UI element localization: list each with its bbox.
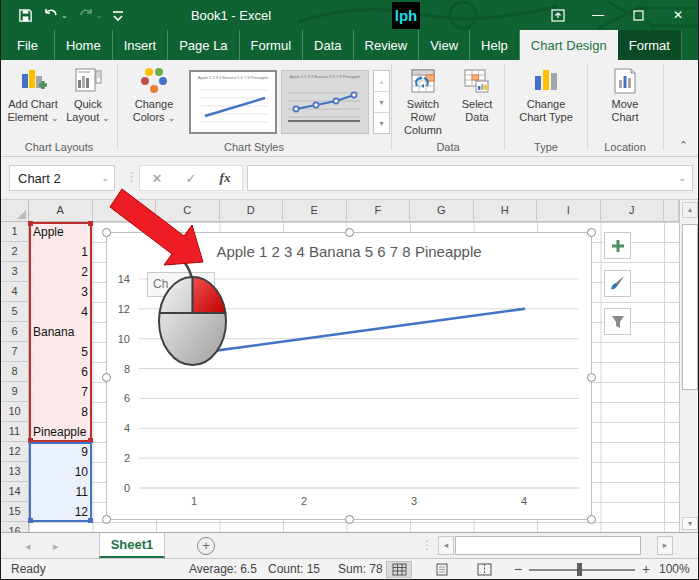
chart-filters-button[interactable] — [604, 308, 631, 335]
name-box-dropdown-icon[interactable]: ⌄ — [101, 173, 109, 183]
tab-insert[interactable]: Insert — [113, 30, 169, 60]
tab-view[interactable]: View — [419, 30, 470, 60]
column-header-c[interactable]: C — [156, 200, 220, 221]
close-button[interactable]: ✕ — [658, 0, 698, 30]
row-header-4[interactable]: 4 — [1, 282, 28, 302]
hscroll-right-icon[interactable]: ▸ — [657, 536, 673, 555]
row-header-12[interactable]: 12 — [1, 442, 28, 462]
cell-a11[interactable]: Pineapple — [29, 422, 92, 442]
row-header-3[interactable]: 3 — [1, 262, 28, 282]
undo-dropdown-icon[interactable]: ⌄ — [61, 11, 68, 20]
tab-help[interactable]: Help — [470, 30, 520, 60]
zoom-out-button[interactable]: − — [514, 559, 522, 580]
row-header-6[interactable]: 6 — [1, 322, 28, 342]
select-data-button[interactable]: SelectData — [455, 64, 499, 124]
chart-handle[interactable] — [102, 228, 111, 237]
tab-format[interactable]: Format — [618, 30, 682, 60]
normal-view-button[interactable] — [386, 561, 412, 578]
cell-a1[interactable]: Apple — [29, 222, 92, 242]
cell-a8[interactable]: 6 — [29, 362, 92, 382]
column-header-e[interactable]: E — [283, 200, 347, 221]
chart-style-2[interactable]: Apple 1 2 3 4 Banana 5 6 7 8 Pineapple — [281, 70, 369, 134]
save-icon[interactable] — [15, 6, 36, 25]
change-chart-type-button[interactable]: ChangeChart Type — [514, 64, 578, 124]
redo-button[interactable]: ⌄ — [75, 6, 106, 24]
tell-me-button[interactable]: Tell me — [690, 30, 699, 60]
chart-handle[interactable] — [587, 373, 596, 382]
row-header-16[interactable]: 16 — [1, 522, 28, 532]
quick-layout-button[interactable]: Quick Layout ⌄ — [63, 64, 113, 125]
cell-a13[interactable]: 10 — [29, 462, 92, 482]
undo-button[interactable]: ⌄ — [40, 6, 71, 24]
column-header-h[interactable]: H — [474, 200, 538, 221]
zoom-in-button[interactable]: + — [642, 559, 650, 580]
row-header-11[interactable]: 11 — [1, 422, 28, 442]
customize-qat-button[interactable] — [109, 6, 127, 24]
page-break-view-button[interactable] — [471, 561, 497, 578]
scroll-down-icon[interactable]: ▾ — [682, 517, 698, 530]
tab-page-la[interactable]: Page La — [168, 30, 239, 60]
column-header-i[interactable]: I — [537, 200, 601, 221]
column-header-b[interactable]: B — [93, 200, 157, 221]
chart-style-1[interactable]: Apple 1 2 3 4 Banana 5 6 7 8 Pineapple — [189, 70, 277, 134]
name-box[interactable]: Chart 2 ⌄ — [9, 165, 115, 191]
switch-row-column-button[interactable]: Switch Row/Column — [395, 64, 451, 137]
scroll-up-icon[interactable]: ▴ — [682, 202, 698, 218]
move-chart-button[interactable]: MoveChart — [599, 64, 651, 124]
ribbon-display-options-button[interactable] — [538, 0, 578, 30]
maximize-button[interactable] — [618, 0, 658, 30]
column-header-j[interactable]: J — [601, 200, 665, 221]
zoom-level[interactable]: 100% — [659, 559, 690, 580]
cell-a6[interactable]: Banana — [29, 322, 92, 342]
column-header-a[interactable]: A — [29, 200, 93, 221]
tab-file[interactable]: File — [1, 30, 55, 60]
chart-handle[interactable] — [102, 373, 111, 382]
zoom-slider-track[interactable] — [529, 569, 635, 571]
cell-a9[interactable]: 7 — [29, 382, 92, 402]
cell-a10[interactable]: 8 — [29, 402, 92, 422]
tab-home[interactable]: Home — [55, 30, 113, 60]
cell-a12[interactable]: 9 — [29, 442, 92, 462]
page-layout-view-button[interactable] — [429, 561, 455, 578]
chart-handle[interactable] — [102, 515, 111, 524]
hscroll-left-icon[interactable]: ◂ — [438, 536, 454, 555]
cell-a5[interactable]: 4 — [29, 302, 92, 322]
column-header-d[interactable]: D — [220, 200, 284, 221]
new-sheet-button[interactable]: + — [197, 537, 215, 555]
sheet-tab-sheet1[interactable]: Sheet1 — [99, 533, 165, 558]
select-all-corner[interactable] — [1, 200, 29, 222]
formula-expand-icon[interactable]: ⌄ — [678, 173, 686, 183]
sheet-nav-left-icon[interactable]: ◂ — [25, 533, 31, 559]
column-header-g[interactable]: G — [410, 200, 474, 221]
vertical-scroll-thumb[interactable] — [682, 224, 698, 390]
row-header-14[interactable]: 14 — [1, 482, 28, 502]
row-header-7[interactable]: 7 — [1, 342, 28, 362]
horizontal-scroll-thumb[interactable] — [455, 536, 641, 555]
formula-input[interactable]: ⌄ — [247, 165, 693, 191]
row-header-9[interactable]: 9 — [1, 382, 28, 402]
gallery-down-button[interactable]: ▾ — [374, 91, 389, 112]
row-header-5[interactable]: 5 — [1, 302, 28, 322]
vertical-scrollbar[interactable]: ▴ ▾ — [679, 200, 699, 532]
change-colors-button[interactable]: Change Colors ⌄ — [123, 64, 185, 125]
row-header-2[interactable]: 2 — [1, 242, 28, 262]
collapse-ribbon-button[interactable]: ⌃ — [679, 139, 688, 152]
chart-handle[interactable] — [345, 515, 354, 524]
chart-elements-button[interactable] — [604, 232, 631, 259]
row-header-8[interactable]: 8 — [1, 362, 28, 382]
add-chart-element-button[interactable]: Add Chart Element ⌄ — [5, 64, 61, 125]
cancel-icon[interactable]: ✕ — [152, 171, 163, 186]
column-header-f[interactable]: F — [347, 200, 411, 221]
cell-a4[interactable]: 3 — [29, 282, 92, 302]
zoom-slider-handle[interactable] — [577, 563, 582, 576]
chart-handle[interactable] — [345, 228, 354, 237]
row-header-15[interactable]: 15 — [1, 502, 28, 522]
cell-a15[interactable]: 12 — [29, 502, 92, 522]
minimize-button[interactable]: — — [578, 0, 618, 30]
tab-review[interactable]: Review — [354, 30, 420, 60]
gallery-up-button[interactable]: ▴ — [374, 71, 389, 91]
chart-handle[interactable] — [587, 228, 596, 237]
row-header-13[interactable]: 13 — [1, 462, 28, 482]
cell-a7[interactable]: 5 — [29, 342, 92, 362]
tab-formul[interactable]: Formul — [240, 30, 303, 60]
